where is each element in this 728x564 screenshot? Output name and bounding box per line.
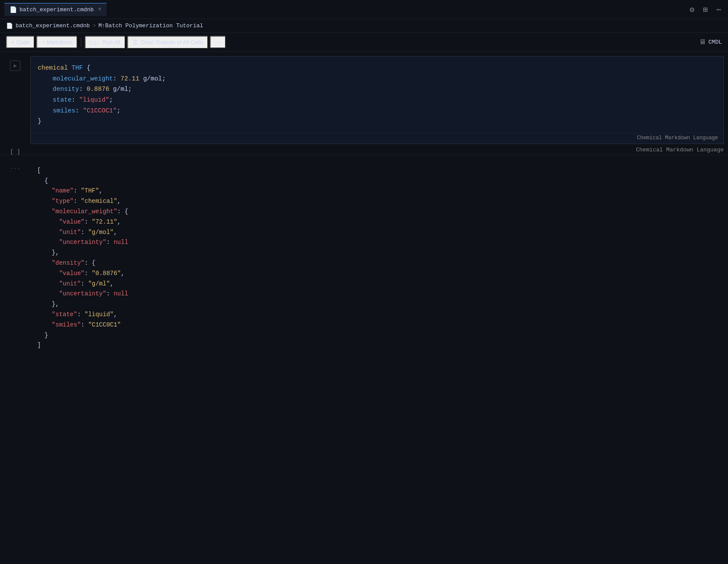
run-all-button[interactable]: ▷▷ Run All xyxy=(85,36,125,49)
language-indicator: Chemical Markdown Language xyxy=(637,135,718,141)
breadcrumb-filename[interactable]: batch_experiment.cmdnb xyxy=(16,22,90,29)
tab-close-button[interactable]: × xyxy=(98,6,101,13)
cell-gutter-1: ▷ xyxy=(0,56,30,71)
cmdl-icon: 🖥 xyxy=(699,38,706,46)
split-editor-icon[interactable]: ⊞ xyxy=(700,3,710,16)
output-bracket-gutter: [ ] xyxy=(0,145,30,155)
breadcrumb-file-icon: 📄 xyxy=(6,22,13,29)
notebook-area: ▷ chemical THF { molecular_weight: 72.11… xyxy=(0,52,728,363)
clear-outputs-label: Clear Outputs of All Cells xyxy=(141,39,203,45)
output-body-1: [ { "name": "THF", "type": "chemical", "… xyxy=(30,158,724,359)
output-bracket-label: [ ] xyxy=(10,148,20,155)
run-all-label: Run All xyxy=(102,39,120,45)
more-toolbar-icon: ⋯ xyxy=(215,39,221,45)
notebook-toolbar: + Code + Markdown ▷▷ Run All ☰ Clear Out… xyxy=(0,33,728,52)
more-actions-icon[interactable]: ⋯ xyxy=(714,3,724,16)
tab-list: 📄 batch_experiment.cmdnb × xyxy=(4,3,106,16)
add-code-button[interactable]: + Code xyxy=(6,36,35,48)
cell-body-1: chemical THF { molecular_weight: 72.11 g… xyxy=(30,56,724,144)
add-markdown-label: + Markdown xyxy=(42,39,72,45)
tab-filename: batch_experiment.cmdnb xyxy=(19,6,94,13)
cmdl-label: CMDL xyxy=(709,39,722,45)
output-bracket-row: [ ] Chemical Markdown Language xyxy=(0,145,728,155)
active-tab[interactable]: 📄 batch_experiment.cmdnb × xyxy=(4,3,106,16)
output-content-1: [ { "name": "THF", "type": "chemical", "… xyxy=(30,162,724,354)
toolbar-right-section: 🖥 CMDL xyxy=(699,38,722,46)
add-markdown-button[interactable]: + Markdown xyxy=(36,36,77,48)
breadcrumb-section[interactable]: M↑Batch Polymerization Tutorial xyxy=(98,22,203,29)
clear-outputs-button[interactable]: ☰ Clear Outputs of All Cells xyxy=(127,36,209,49)
tab-bar: 📄 batch_experiment.cmdnb × ⚙ ⊞ ⋯ xyxy=(0,0,728,19)
breadcrumb-separator: > xyxy=(93,22,96,29)
settings-icon[interactable]: ⚙ xyxy=(687,3,697,16)
cell-language-label: Chemical Markdown Language xyxy=(31,133,723,144)
toolbar-separator xyxy=(81,38,81,47)
output-dots: ... xyxy=(10,164,20,170)
run-cell-button[interactable]: ▷ xyxy=(10,61,20,71)
breadcrumb: 📄 batch_experiment.cmdnb > M↑Batch Polym… xyxy=(0,19,728,33)
code-editor-1[interactable]: chemical THF { molecular_weight: 72.11 g… xyxy=(31,57,723,133)
output-dots-gutter: ... xyxy=(0,158,30,170)
window-controls: ⚙ ⊞ ⋯ xyxy=(687,3,724,16)
add-code-label: + Code xyxy=(11,39,29,45)
more-toolbar-button[interactable]: ⋯ xyxy=(210,36,226,48)
code-cell-1: ▷ chemical THF { molecular_weight: 72.11… xyxy=(0,56,728,144)
output-cell-1: ... [ { "name": "THF", "type": "chemical… xyxy=(0,158,728,359)
chemical-markdown-label: Chemical Markdown Language xyxy=(636,147,724,153)
clear-outputs-icon: ☰ xyxy=(132,39,138,46)
file-icon: 📄 xyxy=(10,6,17,13)
cell-separator xyxy=(0,155,728,155)
run-all-icon: ▷▷ xyxy=(90,39,100,46)
